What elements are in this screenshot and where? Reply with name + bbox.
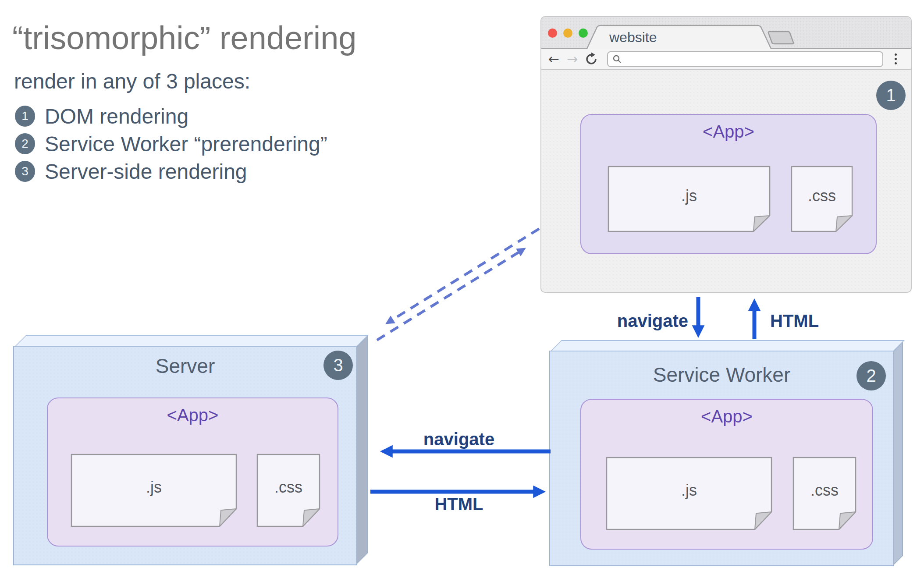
page-subtitle: render in any of 3 places: <box>14 69 409 93</box>
css-file: .css <box>256 454 320 527</box>
css-file-label: .css <box>793 457 856 524</box>
html-label-horizontal: HTML <box>415 494 503 514</box>
badge-2: 2 <box>856 361 886 390</box>
legend-badge-3: 3 <box>15 161 35 182</box>
css-file: .css <box>793 457 856 530</box>
service-worker-app-title: <App> <box>581 407 872 426</box>
page-title: “trisomorphic” rendering <box>12 19 494 57</box>
service-worker-box-right-face <box>893 342 903 565</box>
service-worker-box: Service Worker 2 <App> .js .css <box>549 351 894 566</box>
service-worker-title: Service Worker <box>550 363 893 387</box>
html-label-vertical: HTML <box>770 311 858 331</box>
badge-1: 1 <box>876 81 906 110</box>
server-box-top-face <box>14 335 369 347</box>
js-file-label: .js <box>608 166 771 226</box>
server-app-title: <App> <box>48 405 338 425</box>
browser-toolbar: ← → <box>541 49 911 70</box>
service-worker-box-top-face <box>550 340 905 351</box>
server-title: Server <box>14 354 356 378</box>
address-bar[interactable] <box>607 51 883 67</box>
legend-label-2: Service Worker “prerendering” <box>45 132 327 156</box>
js-file: .js <box>71 454 237 527</box>
menu-dots-icon[interactable] <box>895 53 897 64</box>
browser-window: website ← → 1 <App> <box>540 16 912 293</box>
navigate-label-horizontal: navigate <box>406 429 512 449</box>
legend-label-1: DOM rendering <box>45 104 188 128</box>
traffic-light-yellow-icon[interactable] <box>563 28 572 38</box>
navigate-label-vertical: navigate <box>605 311 688 331</box>
css-file-label: .css <box>791 166 853 226</box>
slide-canvas: “trisomorphic” rendering render in any o… <box>0 0 924 582</box>
js-file: .js <box>606 457 772 530</box>
badge-3: 3 <box>323 351 353 380</box>
service-worker-app-box: <App> .js .css <box>580 399 873 550</box>
search-icon <box>612 54 622 64</box>
traffic-light-green-icon[interactable] <box>579 28 588 38</box>
server-box-right-face <box>356 336 368 564</box>
browser-app-title: <App> <box>581 122 876 142</box>
js-file-label: .js <box>71 454 237 521</box>
traffic-light-red-icon[interactable] <box>548 28 557 38</box>
dashed-arrow-to-server <box>391 229 539 320</box>
js-file-label: .js <box>606 457 772 524</box>
legend-label-3: Server-side rendering <box>45 160 247 184</box>
css-file: .css <box>791 166 853 232</box>
js-file: .js <box>608 166 771 232</box>
dashed-arrow-to-browser <box>377 252 520 340</box>
forward-icon[interactable]: → <box>567 51 578 67</box>
tab-title: website <box>609 29 758 46</box>
legend-item-server-side: 3 Server-side rendering <box>15 161 247 182</box>
back-icon[interactable]: ← <box>548 51 559 67</box>
server-box: Server 3 <App> .js .css <box>13 346 357 565</box>
legend-badge-2: 2 <box>15 133 35 154</box>
server-app-box: <App> .js .css <box>47 397 338 547</box>
browser-app-box: <App> .js .css <box>580 114 877 254</box>
legend-item-dom: 1 DOM rendering <box>15 106 188 127</box>
refresh-icon[interactable] <box>584 52 598 66</box>
legend-badge-1: 1 <box>15 106 35 127</box>
css-file-label: .css <box>256 454 320 521</box>
legend-item-service-worker: 2 Service Worker “prerendering” <box>15 133 327 154</box>
